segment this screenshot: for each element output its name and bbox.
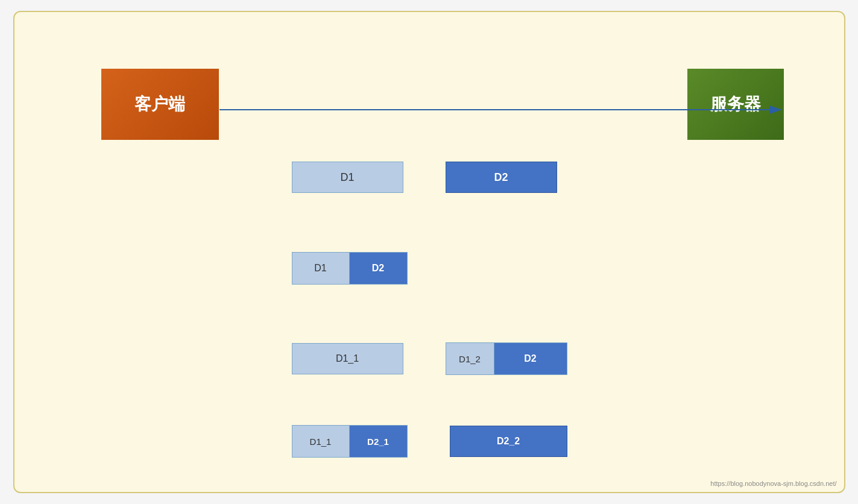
- diagram-container: 客户端 服务器 D1 D2 D1 D2: [13, 11, 845, 493]
- row4-d1-1-label: D1_1: [310, 436, 332, 447]
- row4-d2-2-label: D2_2: [497, 436, 520, 447]
- row2-combined-box: D1 D2: [292, 252, 408, 285]
- row2-d2-part: D2: [350, 253, 407, 284]
- row1-container: D1 D2: [292, 162, 557, 193]
- row1-d2-label: D2: [494, 171, 508, 184]
- row2-d1-label: D1: [314, 263, 326, 274]
- row4-d2-1-label: D2_1: [367, 436, 389, 447]
- row4-combined-box: D1_1 D2_1: [292, 425, 408, 458]
- row2-d2-label: D2: [372, 263, 384, 274]
- row4-d2-2-box: D2_2: [450, 426, 567, 457]
- row1-d1-label: D1: [340, 171, 354, 184]
- row4-container: D1_1 D2_1 D2_2: [292, 425, 567, 458]
- row3-d2-label: D2: [524, 353, 536, 364]
- row4-d1-1-part: D1_1: [292, 426, 350, 457]
- row3-d1-1-label: D1_1: [336, 353, 359, 364]
- arrow-line: [219, 104, 784, 105]
- client-box: 客户端: [101, 69, 219, 140]
- row3-combined-box: D1_2 D2: [446, 342, 567, 375]
- row1-d2-box: D2: [446, 162, 557, 193]
- row1-d1-box: D1: [292, 162, 403, 193]
- watermark: https://blog.nobodynova-sjm.blog.csdn.ne…: [710, 480, 836, 487]
- row4-d2-1-part: D2_1: [350, 426, 407, 457]
- row3-d1-1-box: D1_1: [292, 343, 403, 374]
- client-label: 客户端: [134, 93, 185, 116]
- row3-container: D1_1 D1_2 D2: [292, 342, 567, 375]
- row2-container: D1 D2: [292, 252, 408, 285]
- row3-d1-2-part: D1_2: [446, 343, 494, 374]
- row3-d1-2-label: D1_2: [459, 354, 481, 364]
- row3-d2-part: D2: [494, 343, 567, 374]
- row2-d1-part: D1: [292, 253, 350, 284]
